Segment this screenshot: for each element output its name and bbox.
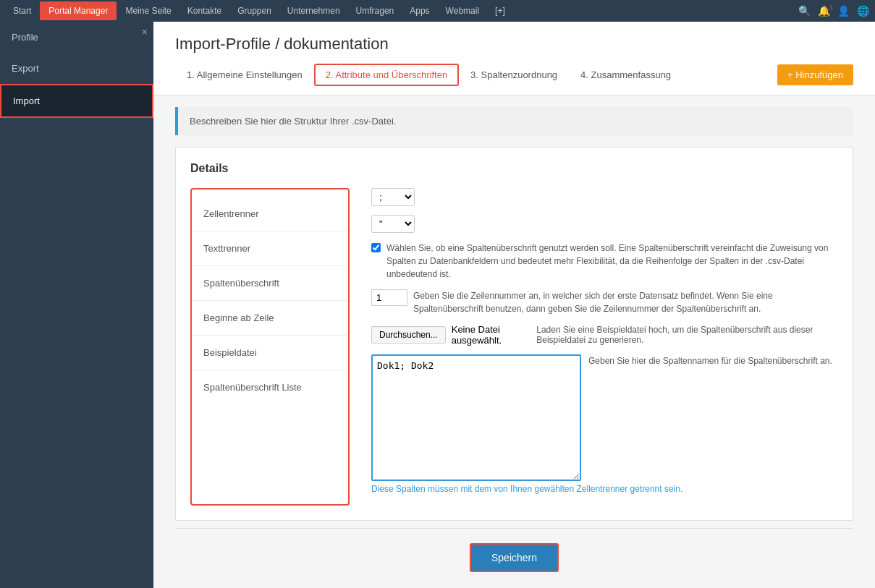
- nav-webmail[interactable]: Webmail: [439, 3, 486, 19]
- nav-start[interactable]: Start: [6, 3, 38, 19]
- beginne-ab-zeile-input[interactable]: [371, 289, 407, 306]
- no-file-text: Keine Datei ausgewählt.: [452, 324, 531, 346]
- zellentrenner-row: ; , | TAB: [371, 188, 838, 206]
- globe-icon[interactable]: 🌐: [857, 5, 869, 17]
- label-spaltenuberschrift: Spaltenüberschrift: [192, 266, 348, 301]
- add-button[interactable]: + Hinzufügen: [777, 64, 853, 85]
- top-navigation: Start Portal Manager Meine Seite Kontakt…: [0, 0, 875, 22]
- form-controls: ; , | TAB " ': [371, 188, 838, 506]
- spaltenuberschrift-checkbox[interactable]: [371, 243, 381, 252]
- step-3[interactable]: 3. Spaltenzuordnung: [459, 64, 569, 86]
- nav-gruppen[interactable]: Gruppen: [230, 3, 279, 19]
- texttrenner-select[interactable]: " ': [371, 215, 415, 233]
- details-section: Details Zellentrenner Texttrenner Spalte…: [175, 147, 853, 521]
- page-header: Import-Profile / dokumentation 1. Allgem…: [153, 22, 875, 95]
- nav-unternehmen[interactable]: Unternehmen: [280, 3, 347, 19]
- beispieldatei-desc: Laden Sie eine Beispieldatei hoch, um di…: [536, 325, 838, 345]
- texttrenner-row: " ': [371, 215, 838, 233]
- info-box: Beschreiben Sie hier die Struktur Ihrer …: [175, 107, 853, 135]
- page-title: Import-Profile / dokumentation: [175, 35, 853, 54]
- step-4[interactable]: 4. Zusammenfassung: [569, 64, 682, 86]
- main-content: Import-Profile / dokumentation 1. Allgem…: [153, 22, 875, 588]
- nav-plus[interactable]: [+]: [488, 3, 512, 19]
- info-text: Beschreiben Sie hier die Struktur Ihrer …: [190, 116, 396, 127]
- user-icon[interactable]: 👤: [837, 5, 850, 17]
- form-grid: Zellentrenner Texttrenner Spaltenübersch…: [190, 188, 838, 506]
- save-button[interactable]: Speichern: [470, 543, 559, 572]
- nav-kontakte[interactable]: Kontakte: [180, 3, 229, 19]
- spaltenuberschrift-liste-textarea[interactable]: Dok1; Dok2: [371, 354, 581, 481]
- nav-apps[interactable]: Apps: [402, 3, 436, 19]
- browse-button[interactable]: Durchsuchen...: [371, 326, 446, 344]
- beginne-ab-zeile-desc: Geben Sie die Zeilennummer an, in welche…: [413, 289, 838, 315]
- sidebar-close-icon[interactable]: ×: [142, 26, 148, 38]
- details-title: Details: [190, 162, 838, 175]
- beginne-ab-zeile-row: Geben Sie die Zeilennummer an, in welche…: [371, 289, 838, 315]
- step-1[interactable]: 1. Allgemeine Einstellungen: [175, 64, 314, 86]
- step-2[interactable]: 2. Attribute und Überschriften: [314, 64, 459, 86]
- spaltenuberschrift-row: Wählen Sie, ob eine Spaltenüberschrift g…: [371, 242, 838, 281]
- nav-umfragen[interactable]: Umfragen: [349, 3, 402, 19]
- spaltenuberschrift-desc: Wählen Sie, ob eine Spaltenüberschrift g…: [386, 242, 838, 281]
- nav-portal-manager[interactable]: Portal Manager: [40, 1, 117, 20]
- label-beispieldatei: Beispieldatei: [192, 336, 348, 370]
- sidebar: × Profile Export Import: [0, 22, 153, 588]
- label-texttrenner: Texttrenner: [192, 231, 348, 266]
- textarea-note: Diese Spalten müssen mit dem von Ihnen g…: [371, 484, 838, 494]
- beispieldatei-row: Durchsuchen... Keine Datei ausgewählt. L…: [371, 324, 838, 346]
- main-layout: × Profile Export Import Import-Profile /…: [0, 22, 875, 588]
- notification-icon[interactable]: 🔔1: [818, 5, 830, 17]
- zellentrenner-select[interactable]: ; , | TAB: [371, 188, 415, 206]
- spaltenuberschrift-liste-row: Dok1; Dok2 Geben Sie hier die Spaltennam…: [371, 354, 838, 481]
- sidebar-item-profile[interactable]: Profile: [0, 22, 153, 53]
- form-labels: Zellentrenner Texttrenner Spaltenübersch…: [190, 188, 350, 506]
- search-icon[interactable]: 🔍: [798, 5, 811, 17]
- sidebar-item-export[interactable]: Export: [0, 53, 153, 84]
- top-nav-right: 🔍 🔔1 👤 🌐: [798, 5, 869, 17]
- label-zellentrenner: Zellentrenner: [192, 197, 348, 231]
- label-spaltenuberschrift-liste: Spaltenüberschrift Liste: [192, 370, 348, 404]
- sidebar-item-import[interactable]: Import: [0, 84, 153, 118]
- save-section: Speichern: [153, 543, 875, 572]
- nav-meine-seite[interactable]: Meine Seite: [118, 3, 178, 19]
- textarea-desc: Geben Sie hier die Spaltennamen für die …: [588, 354, 832, 367]
- label-beginne-ab-zeile: Beginne ab Zeile: [192, 301, 348, 336]
- steps-bar: 1. Allgemeine Einstellungen 2. Attribute…: [175, 64, 853, 86]
